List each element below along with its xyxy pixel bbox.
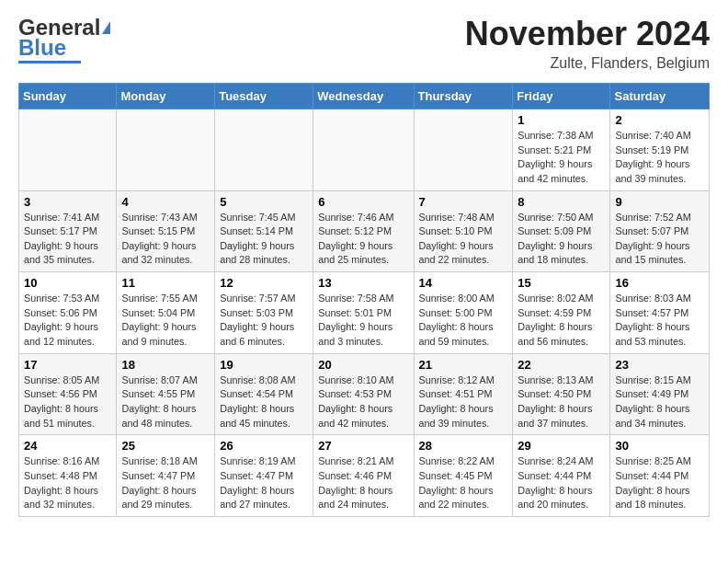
day-info: Sunrise: 7:41 AM Sunset: 5:17 PM Dayligh…	[24, 211, 111, 269]
day-info: Sunrise: 7:48 AM Sunset: 5:10 PM Dayligh…	[419, 211, 508, 269]
day-info: Sunrise: 8:15 AM Sunset: 4:49 PM Dayligh…	[615, 373, 704, 431]
table-row: 25Sunrise: 8:18 AM Sunset: 4:47 PM Dayli…	[117, 435, 215, 517]
logo: General Blue	[18, 15, 110, 63]
col-sunday: Sunday	[19, 84, 117, 109]
table-row	[313, 109, 414, 191]
day-number: 3	[24, 195, 111, 209]
day-number: 7	[419, 195, 508, 209]
day-number: 25	[121, 439, 210, 453]
day-info: Sunrise: 8:03 AM Sunset: 4:57 PM Dayligh…	[615, 292, 704, 350]
table-row: 19Sunrise: 8:08 AM Sunset: 4:54 PM Dayli…	[215, 353, 313, 435]
table-row: 26Sunrise: 8:19 AM Sunset: 4:47 PM Dayli…	[215, 435, 313, 517]
day-number: 11	[121, 276, 210, 290]
table-row: 17Sunrise: 8:05 AM Sunset: 4:56 PM Dayli…	[19, 353, 117, 435]
day-info: Sunrise: 8:24 AM Sunset: 4:44 PM Dayligh…	[518, 454, 605, 512]
table-row: 2Sunrise: 7:40 AM Sunset: 5:19 PM Daylig…	[610, 109, 710, 191]
table-row: 16Sunrise: 8:03 AM Sunset: 4:57 PM Dayli…	[610, 272, 710, 354]
day-number: 30	[615, 439, 704, 453]
day-number: 21	[419, 358, 508, 372]
calendar: Sunday Monday Tuesday Wednesday Thursday…	[18, 83, 710, 517]
col-saturday: Saturday	[610, 84, 710, 109]
day-number: 14	[419, 276, 508, 290]
table-row: 27Sunrise: 8:21 AM Sunset: 4:46 PM Dayli…	[313, 435, 414, 517]
month-title: November 2024	[465, 15, 710, 53]
day-info: Sunrise: 7:52 AM Sunset: 5:07 PM Dayligh…	[615, 211, 704, 269]
day-number: 12	[220, 276, 308, 290]
table-row: 28Sunrise: 8:22 AM Sunset: 4:45 PM Dayli…	[414, 435, 513, 517]
day-number: 6	[318, 195, 408, 209]
day-number: 16	[615, 276, 704, 290]
day-info: Sunrise: 8:07 AM Sunset: 4:55 PM Dayligh…	[121, 373, 210, 431]
logo-triangle-icon	[102, 21, 110, 34]
table-row: 1Sunrise: 7:38 AM Sunset: 5:21 PM Daylig…	[513, 109, 610, 191]
day-info: Sunrise: 7:45 AM Sunset: 5:14 PM Dayligh…	[220, 211, 308, 269]
calendar-week-row: 17Sunrise: 8:05 AM Sunset: 4:56 PM Dayli…	[19, 353, 710, 435]
day-number: 9	[615, 195, 704, 209]
day-number: 23	[615, 358, 704, 372]
col-monday: Monday	[117, 84, 215, 109]
table-row	[117, 109, 215, 191]
day-info: Sunrise: 8:05 AM Sunset: 4:56 PM Dayligh…	[24, 373, 111, 431]
table-row	[215, 109, 313, 191]
day-number: 8	[518, 195, 605, 209]
day-info: Sunrise: 8:10 AM Sunset: 4:53 PM Dayligh…	[318, 373, 408, 431]
table-row: 9Sunrise: 7:52 AM Sunset: 5:07 PM Daylig…	[610, 190, 710, 272]
calendar-week-row: 1Sunrise: 7:38 AM Sunset: 5:21 PM Daylig…	[19, 109, 710, 191]
day-info: Sunrise: 8:18 AM Sunset: 4:47 PM Dayligh…	[121, 454, 210, 512]
day-info: Sunrise: 7:40 AM Sunset: 5:19 PM Dayligh…	[615, 129, 704, 187]
day-number: 18	[121, 358, 210, 372]
table-row: 5Sunrise: 7:45 AM Sunset: 5:14 PM Daylig…	[215, 190, 313, 272]
col-tuesday: Tuesday	[215, 84, 313, 109]
day-number: 29	[518, 439, 605, 453]
day-number: 1	[518, 113, 605, 127]
table-row: 18Sunrise: 8:07 AM Sunset: 4:55 PM Dayli…	[117, 353, 215, 435]
table-row: 7Sunrise: 7:48 AM Sunset: 5:10 PM Daylig…	[414, 190, 513, 272]
day-number: 2	[615, 113, 704, 127]
day-number: 19	[220, 358, 308, 372]
day-number: 5	[220, 195, 308, 209]
day-info: Sunrise: 8:02 AM Sunset: 4:59 PM Dayligh…	[518, 292, 605, 350]
day-number: 4	[121, 195, 210, 209]
day-number: 15	[518, 276, 605, 290]
table-row: 30Sunrise: 8:25 AM Sunset: 4:44 PM Dayli…	[610, 435, 710, 517]
table-row: 23Sunrise: 8:15 AM Sunset: 4:49 PM Dayli…	[610, 353, 710, 435]
logo-blue: Blue	[18, 37, 66, 59]
day-info: Sunrise: 8:00 AM Sunset: 5:00 PM Dayligh…	[419, 292, 508, 350]
day-number: 27	[318, 439, 408, 453]
location: Zulte, Flanders, Belgium	[465, 55, 710, 72]
table-row: 22Sunrise: 8:13 AM Sunset: 4:50 PM Dayli…	[513, 353, 610, 435]
day-info: Sunrise: 8:13 AM Sunset: 4:50 PM Dayligh…	[518, 373, 605, 431]
calendar-week-row: 24Sunrise: 8:16 AM Sunset: 4:48 PM Dayli…	[19, 435, 710, 517]
col-thursday: Thursday	[414, 84, 513, 109]
day-info: Sunrise: 8:21 AM Sunset: 4:46 PM Dayligh…	[318, 454, 408, 512]
table-row: 11Sunrise: 7:55 AM Sunset: 5:04 PM Dayli…	[117, 272, 215, 354]
table-row: 6Sunrise: 7:46 AM Sunset: 5:12 PM Daylig…	[313, 190, 414, 272]
day-info: Sunrise: 7:53 AM Sunset: 5:06 PM Dayligh…	[24, 292, 111, 350]
day-info: Sunrise: 8:12 AM Sunset: 4:51 PM Dayligh…	[419, 373, 508, 431]
day-number: 13	[318, 276, 408, 290]
col-wednesday: Wednesday	[313, 84, 414, 109]
day-info: Sunrise: 8:25 AM Sunset: 4:44 PM Dayligh…	[615, 454, 704, 512]
day-info: Sunrise: 7:55 AM Sunset: 5:04 PM Dayligh…	[121, 292, 210, 350]
logo-line	[18, 61, 81, 63]
table-row: 8Sunrise: 7:50 AM Sunset: 5:09 PM Daylig…	[513, 190, 610, 272]
table-row: 3Sunrise: 7:41 AM Sunset: 5:17 PM Daylig…	[19, 190, 117, 272]
day-number: 28	[419, 439, 508, 453]
day-info: Sunrise: 8:22 AM Sunset: 4:45 PM Dayligh…	[419, 454, 508, 512]
day-number: 22	[518, 358, 605, 372]
day-info: Sunrise: 7:38 AM Sunset: 5:21 PM Dayligh…	[518, 129, 605, 187]
day-info: Sunrise: 7:43 AM Sunset: 5:15 PM Dayligh…	[121, 211, 210, 269]
day-number: 24	[24, 439, 111, 453]
table-row: 24Sunrise: 8:16 AM Sunset: 4:48 PM Dayli…	[19, 435, 117, 517]
day-number: 17	[24, 358, 111, 372]
day-number: 26	[220, 439, 308, 453]
day-info: Sunrise: 8:19 AM Sunset: 4:47 PM Dayligh…	[220, 454, 308, 512]
table-row	[19, 109, 117, 191]
day-info: Sunrise: 7:50 AM Sunset: 5:09 PM Dayligh…	[518, 211, 605, 269]
table-row: 20Sunrise: 8:10 AM Sunset: 4:53 PM Dayli…	[313, 353, 414, 435]
calendar-header-row: Sunday Monday Tuesday Wednesday Thursday…	[19, 84, 710, 109]
table-row: 29Sunrise: 8:24 AM Sunset: 4:44 PM Dayli…	[513, 435, 610, 517]
day-info: Sunrise: 7:58 AM Sunset: 5:01 PM Dayligh…	[318, 292, 408, 350]
day-info: Sunrise: 7:57 AM Sunset: 5:03 PM Dayligh…	[220, 292, 308, 350]
table-row: 14Sunrise: 8:00 AM Sunset: 5:00 PM Dayli…	[414, 272, 513, 354]
